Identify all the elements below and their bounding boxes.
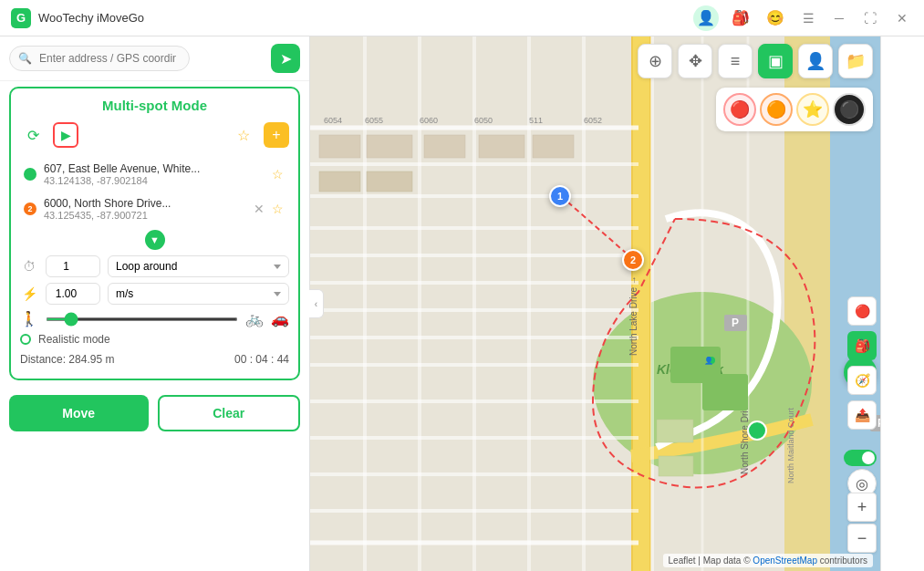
car-icon[interactable]: 🚗 <box>271 310 289 327</box>
clear-button[interactable]: Clear <box>158 395 301 431</box>
waypoint-actions-2: ✕ ☆ <box>252 200 286 218</box>
waypoint-coords-1: 43.124138, -87.902184 <box>44 175 263 186</box>
svg-text:North Lake Drive →: North Lake Drive → <box>628 275 638 356</box>
attribution-contributors: contributors <box>820 555 867 566</box>
bag-button[interactable]: 🎒 <box>728 5 753 31</box>
loop-icon: ⏱ <box>20 259 38 274</box>
pokemon-orange-icon: 🟠 <box>766 99 786 119</box>
marker-2[interactable]: 2 <box>622 249 644 271</box>
svg-rect-14 <box>533 135 574 158</box>
waypoint-star-2[interactable]: ☆ <box>270 200 286 218</box>
bike-icon[interactable]: 🚲 <box>245 310 264 327</box>
search-bar: 🔍 ➤ <box>0 36 309 81</box>
walk-icon[interactable]: 🚶 <box>20 310 38 327</box>
multispot-mode-button[interactable]: ▣ <box>758 44 793 78</box>
speed-slider[interactable] <box>46 317 238 321</box>
osm-link[interactable]: OpenStreetMap <box>753 555 817 566</box>
main-container: 🔍 ➤ Multi-spot Mode ⟳ ▶ ☆ + <box>0 36 924 571</box>
waypoint-dot-1 <box>24 168 36 181</box>
pokeball-button[interactable]: 🔴 <box>847 296 877 326</box>
close-button[interactable]: ✕ <box>891 7 913 29</box>
zoom-in-button[interactable]: + <box>847 493 877 522</box>
loop-count-input[interactable] <box>46 255 100 277</box>
bag-side-button[interactable]: 🎒 <box>847 331 877 360</box>
realistic-dot <box>20 334 31 345</box>
expand-button[interactable]: ▼ <box>145 230 165 250</box>
realistic-row: Realistic mode <box>20 333 289 346</box>
person-mode-button[interactable]: 👤 <box>798 44 833 78</box>
svg-rect-11 <box>367 135 412 158</box>
waypoint-text-2: 6000, North Shore Drive... 43.125435, -8… <box>44 197 244 221</box>
waypoint-coords-2: 43.125435, -87.900721 <box>44 210 244 221</box>
map-attribution: Leaflet | Map data © OpenStreetMap contr… <box>663 554 873 567</box>
collapse-panel-button[interactable]: ‹ <box>309 289 324 318</box>
info-row: Distance: 284.95 m 00 : 04 : 44 <box>20 353 289 366</box>
leaflet-label: Leaflet <box>669 555 696 566</box>
svg-rect-15 <box>319 171 360 192</box>
profile-button[interactable]: 👤 <box>693 5 719 31</box>
right-toolbar <box>880 36 924 571</box>
side-icon-group: 🔴 🎒 🧭 📤 <box>847 296 877 430</box>
svg-rect-31 <box>702 374 748 410</box>
waypoint-star-1[interactable]: ☆ <box>270 165 286 183</box>
face-button[interactable]: 😊 <box>763 5 788 31</box>
star-icon-button[interactable]: ☆ <box>231 122 256 148</box>
marker-1-label: 1 <box>557 191 563 202</box>
pokemon-star-button[interactable]: ⭐ <box>796 93 829 126</box>
mode-icons-row: ⟳ ▶ ☆ + <box>20 122 289 148</box>
compass-button[interactable]: 🧭 <box>847 366 877 395</box>
toggle-track[interactable] <box>844 450 877 466</box>
maximize-button[interactable]: ⛶ <box>858 7 882 29</box>
app-title: WooTechy iMoveGo <box>38 11 686 25</box>
route-icon-button[interactable]: ⟳ <box>20 122 46 148</box>
navigation-icon-button[interactable]: ▶ <box>53 122 78 148</box>
attribution-separator: | Map data © <box>698 555 753 566</box>
crosshair-mode-button[interactable]: ⊕ <box>638 44 672 78</box>
folder-mode-button[interactable]: 📁 <box>838 44 873 78</box>
svg-point-34 <box>748 421 766 440</box>
move-button[interactable]: Move <box>9 395 149 431</box>
pokemon-red-button[interactable]: 🔴 <box>723 93 756 126</box>
move-mode-button[interactable]: ✥ <box>678 44 712 78</box>
button-row: Move Clear <box>0 386 309 444</box>
marker-1[interactable]: 1 <box>549 185 571 207</box>
minimize-button[interactable]: ─ <box>829 7 849 29</box>
app-icon: G <box>11 8 31 28</box>
titlebar: G WooTechy iMoveGo 👤 🎒 😊 ☰ ─ ⛶ ✕ <box>0 0 924 36</box>
search-icon: 🔍 <box>18 52 32 65</box>
svg-rect-10 <box>319 135 360 158</box>
map-container[interactable]: P P 6054 6055 6060 6050 511 6052 <box>310 36 924 571</box>
loop-settings-row: ⏱ Loop around Back and forth <box>20 255 289 277</box>
multispot-panel: Multi-spot Mode ⟳ ▶ ☆ + 607, East Belle … <box>9 87 300 380</box>
toggle-switch[interactable] <box>844 450 877 466</box>
add-waypoint-button[interactable]: + <box>264 122 289 148</box>
svg-text:North Maitland Court: North Maitland Court <box>786 407 795 483</box>
go-button[interactable]: ➤ <box>271 44 300 73</box>
pokemon-orange-button[interactable]: 🟠 <box>760 93 793 126</box>
svg-text:6052: 6052 <box>584 116 602 125</box>
send-button[interactable]: 📤 <box>847 400 877 430</box>
zoom-out-button[interactable]: − <box>847 524 877 553</box>
svg-text:6050: 6050 <box>474 116 493 125</box>
svg-rect-18 <box>659 456 693 476</box>
svg-rect-17 <box>657 420 693 442</box>
menu-button[interactable]: ☰ <box>797 7 820 29</box>
speed-unit-select[interactable]: m/s km/h mph <box>108 283 289 305</box>
loop-mode-select[interactable]: Loop around Back and forth <box>108 255 289 277</box>
zoom-controls: + − <box>847 493 877 553</box>
waypoint-item-2: 2 6000, North Shore Drive... 43.125435, … <box>20 192 289 226</box>
search-input[interactable] <box>9 46 190 71</box>
realistic-label: Realistic mode <box>38 333 110 346</box>
waypoint-remove-2[interactable]: ✕ <box>252 200 266 218</box>
transport-row: 🚶 🚲 🚗 <box>20 310 289 327</box>
marker-2-label: 2 <box>630 254 636 265</box>
search-wrapper: 🔍 <box>9 46 264 71</box>
svg-text:👤: 👤 <box>704 356 713 365</box>
toggle-thumb <box>862 452 875 464</box>
list-mode-button[interactable]: ≡ <box>718 44 753 78</box>
svg-rect-12 <box>424 135 465 158</box>
multispot-title: Multi-spot Mode <box>20 98 289 113</box>
speed-input[interactable] <box>46 283 100 305</box>
waypoint-list: 607, East Belle Avenue, White... 43.1241… <box>20 157 289 226</box>
pokemon-dark-button[interactable]: ⚫ <box>833 93 866 126</box>
